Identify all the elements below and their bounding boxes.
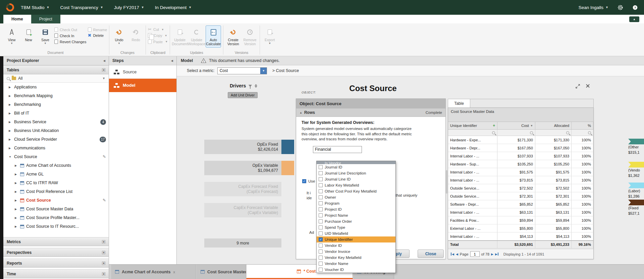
rename-button[interactable]: Rename [88,27,107,32]
dropdown-option[interactable]: Is Vendor [317,161,395,164]
document-tab[interactable]: Acme Chart of Accounts x [111,265,196,279]
help-icon[interactable]: ? [632,4,638,10]
table-row[interactable]: Internal Labor - ... $54,113 $54,113 100… [448,232,593,240]
section-metrics[interactable]: Metrics▣ [3,237,109,246]
tier-input[interactable] [313,146,362,153]
new-button[interactable]: New [21,25,36,44]
export-button[interactable]: Export▼ [262,25,277,46]
expand-section-icon[interactable]: ▣ [102,251,105,254]
last-page-button[interactable]: ▶ [495,253,498,256]
dropdown-option[interactable]: Vendor Name [317,261,395,267]
tab-home[interactable]: Home [3,15,31,23]
table-row[interactable]: Internal Labor - ... $63,131 $63,131 100… [448,208,593,216]
table-row[interactable]: Hardware - Sup... $105,250 $105,250 100% [448,160,593,168]
tree-item[interactable]: Cost Source Profile Master... ✎ [3,213,109,222]
revert-changes-button[interactable]: Revert Changes [54,40,87,44]
metric-select[interactable]: Cost ▼ [217,67,267,74]
driver-box[interactable]: OpEx Fixed $2,426,014 [204,140,281,154]
table-row[interactable]: Facilities & Pow... $59,894 $59,894 100% [448,216,593,224]
dropdown-option[interactable]: Other Cost Pool Key Metafield [317,188,395,194]
checkbox-icon[interactable] [319,237,323,241]
rows-section-bar[interactable]: ▲ Rows Complete [296,108,445,117]
check-in-button[interactable]: Check In [54,33,87,38]
column-header[interactable]: Cost▼ [497,122,535,129]
table-row[interactable]: Internal Labor - ... $107,933 $107,933 1… [448,152,593,160]
checkbox-icon[interactable] [319,225,323,229]
search-icon[interactable] [7,77,10,80]
dropdown-option[interactable]: Labor Key Metafield [317,182,395,188]
view-button[interactable]: View▼ [4,25,19,46]
caret-icon[interactable] [9,86,12,89]
checkbox-icon[interactable] [319,268,323,272]
user-menu[interactable]: Sean Ingalls▼ [579,5,608,10]
update-workspace-button[interactable]: Update Workspace [189,25,204,48]
checkbox-icon[interactable] [319,219,323,223]
prev-page-button[interactable]: ◀ [456,253,458,256]
dropdown-option[interactable]: Spend Type [317,224,395,230]
table-row[interactable]: Internal Labor - ... $73,815 $73,815 100… [448,176,593,184]
panel-splitter[interactable] [446,170,447,194]
edit-pencil-icon[interactable]: ✎ [103,154,106,159]
checkbox-icon[interactable] [319,183,323,187]
dropdown-option[interactable]: Project ID [317,206,395,212]
checkbox-icon[interactable] [319,207,323,211]
copy-button[interactable]: Copy▼ [148,33,168,38]
settings-gear-icon[interactable] [617,4,623,10]
column-filter[interactable] [535,130,572,136]
page-input[interactable] [470,251,480,257]
select-trigger-icon[interactable]: ▼ [260,68,267,74]
tree-item[interactable]: Bill of IT ✎ [3,109,109,118]
driver-box[interactable]: OpEx Variable $1,094,677 [204,161,281,175]
auto-calculate-button[interactable]: +−Auto Calculate [206,25,221,48]
tree-item[interactable]: Acme Chart of Accounts ✎ [3,161,109,170]
sort-icon[interactable] [255,84,257,88]
status-menu[interactable]: In Development▼ [155,5,192,10]
dropdown-option[interactable]: Journal Line ID [317,176,395,182]
driver-box[interactable]: CapEx Forecast Variable (CapEx Variable) [204,203,281,217]
table-row[interactable]: Internal Labor - ... $91,575 $91,575 100… [448,168,593,176]
document-tab[interactable]: Cost Source Master Data x [196,265,246,279]
period-menu[interactable]: July FY2017▼ [114,5,144,10]
column-header[interactable]: Allocated [535,122,572,129]
collapse-panel-icon[interactable]: ◀ [103,59,105,62]
caret-icon[interactable] [9,147,12,150]
more-drivers-button[interactable]: 9 more [204,238,281,248]
checkbox-icon[interactable] [319,201,323,205]
caret-icon[interactable] [15,208,18,211]
flow-item[interactable]: (Other $315,1 [628,139,644,155]
delete-button[interactable]: ✖Delete [88,33,107,38]
dropdown-option[interactable]: UID Metafield [317,230,395,236]
filter-funnel-icon[interactable] [249,85,252,87]
flow-item[interactable]: (Fixed $527,1 [628,200,644,216]
checkbox-icon[interactable] [319,213,323,217]
dropdown-option[interactable]: Vendor ID [317,242,395,249]
dropdown-option[interactable]: Vendor Invoice [317,249,395,255]
tree-item[interactable]: CC to ITRT RAW ✎ [3,179,109,187]
remove-version-button[interactable]: Remove Version [242,25,258,48]
table-row[interactable]: Outside Service... $72,301 $72,301 100% [448,192,593,200]
tree-item[interactable]: Applications ✎ [3,83,109,91]
dropdown-option[interactable]: Project Name [317,212,395,218]
caret-icon[interactable] [15,182,18,185]
tree-item[interactable]: Benchmark Mapping ✎ [3,91,109,100]
table-row[interactable]: Hardware - Expe... $171,330 $171,330 100… [448,136,593,144]
column-filter[interactable] [572,130,593,136]
save-button[interactable]: Save▼ [38,25,53,46]
add-column-icon[interactable]: + [493,123,495,128]
caret-icon[interactable] [9,138,12,141]
column-filter[interactable] [497,130,535,136]
caret-icon[interactable] [9,155,12,158]
checkbox-icon[interactable] [319,189,323,193]
tree-item[interactable]: Cost Source Master Data ✎ [3,205,109,213]
next-page-button[interactable]: ▶ [491,253,493,256]
tab-table[interactable]: Table [448,99,470,108]
dropdown-option[interactable]: Owner [317,194,395,200]
section-reports[interactable]: Reports▣ [3,259,109,268]
tree-item[interactable]: Business Service 4 ✎ [3,118,109,126]
close-tab-icon[interactable]: x [173,270,175,274]
caret-icon[interactable] [15,164,18,167]
undo-button[interactable]: Undo▼ [111,25,127,46]
checkbox-checked-icon[interactable] [302,179,306,183]
expand-icon[interactable] [575,84,580,89]
caret-icon[interactable] [15,216,18,219]
